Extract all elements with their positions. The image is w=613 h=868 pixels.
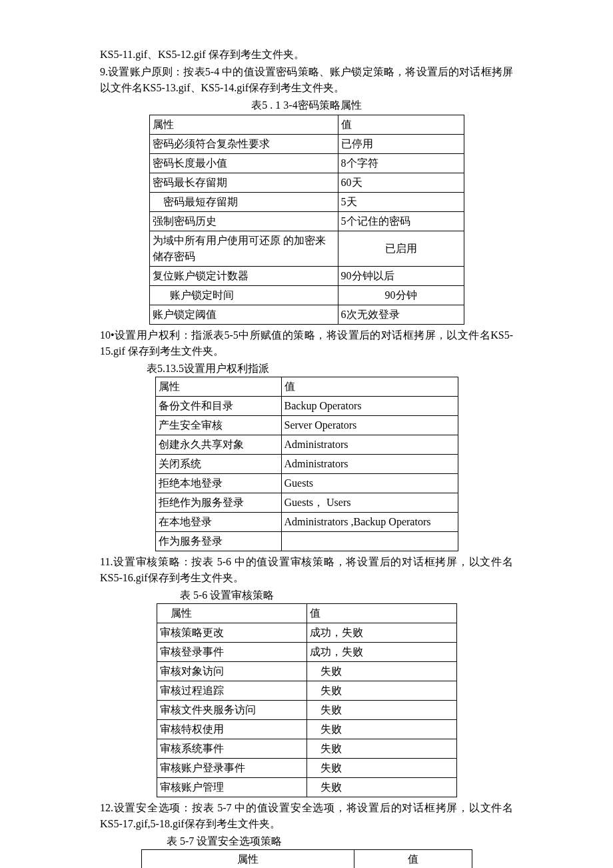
table-row: 账户锁定时间90分钟 xyxy=(149,286,464,305)
table-audit-policy: 属性 值 审核策略更改成功，失败 审核登录事件成功，失败 审核对象访问失败 审核… xyxy=(157,603,457,797)
table-password-policy: 属性 值 密码必须符合复杂性要求已停用 密码长度最小值8个字符 密码最长存留期6… xyxy=(149,115,464,325)
cell: Administrators ,Backup Operators xyxy=(281,513,458,532)
table-row: 在本地登录Administrators ,Backup Operators xyxy=(155,513,458,532)
cell: 产生安全审核 xyxy=(155,416,281,435)
paragraph-11: 11.设置审核策略：按表 5-6 中的值设置审核策略，将设置后的对话框拷屏，以文… xyxy=(100,554,513,586)
paragraph-10: 10•设置用户权利：指派表5-5中所赋值的策略，将设置后的对话框拷屏，以文件名K… xyxy=(100,327,513,359)
cell: 90分钟以后 xyxy=(338,267,464,286)
table-row: 强制密码历史5个记住的密码 xyxy=(149,212,464,231)
cell: 已停用 xyxy=(338,135,464,154)
cell: 失败 xyxy=(306,778,456,797)
table-row: 审核过程追踪失败 xyxy=(157,681,456,701)
cell: 成功，失败 xyxy=(306,643,456,662)
cell: 密码长度最小值 xyxy=(149,154,338,173)
table-row: 密码必须符合复杂性要求已停用 xyxy=(149,135,464,154)
table-row: 复位账户锁定计数器90分钟以后 xyxy=(149,267,464,286)
cell: 失败 xyxy=(306,759,456,778)
header-cell: 属性 xyxy=(157,604,306,623)
header-cell: 属性 xyxy=(141,850,354,869)
table-row: 关闭系统Administrators xyxy=(155,455,458,474)
cell: 8个字符 xyxy=(338,154,464,173)
table-row: 拒绝作为服务登录Guests， Users xyxy=(155,493,458,513)
table-security-options: 属性 值 xyxy=(141,849,472,868)
table-row: 属性 值 xyxy=(149,115,464,135)
cell: 失败 xyxy=(306,681,456,701)
paragraph-intro-2: 9.设置账户原则：按表5-4 中的值设置密码策略、账户锁定策略，将设置后的对话框… xyxy=(100,64,513,96)
header-cell: 值 xyxy=(281,377,458,397)
cell: 关闭系统 xyxy=(155,455,281,474)
cell: 密码必须符合复杂性要求 xyxy=(149,135,338,154)
cell: 成功，失败 xyxy=(306,623,456,643)
table-row: 审核策略更改成功，失败 xyxy=(157,623,456,643)
cell: 90分钟 xyxy=(338,286,464,305)
cell: 已启用 xyxy=(338,231,464,267)
cell: 5天 xyxy=(338,193,464,212)
cell: Guests， Users xyxy=(281,493,458,513)
cell: 密码最长存留期 xyxy=(149,173,338,193)
cell: 审核文件夹服务访问 xyxy=(157,701,306,720)
cell: 5个记住的密码 xyxy=(338,212,464,231)
cell: 在本地登录 xyxy=(155,513,281,532)
table-row: 审核系统事件失败 xyxy=(157,739,456,759)
header-cell: 属性 xyxy=(149,115,338,135)
paragraph-intro-1: KS5-11.gif、KS5-12.gif 保存到考生文件夹。 xyxy=(100,47,513,63)
cell: 60天 xyxy=(338,173,464,193)
cell: Administrators xyxy=(281,435,458,455)
table4-caption: 表 5-7 设置安全选项策略 xyxy=(167,833,513,849)
cell: 审核账户登录事件 xyxy=(157,759,306,778)
header-cell: 属性 xyxy=(155,377,281,397)
cell: 审核特权使用 xyxy=(157,720,306,739)
header-cell: 值 xyxy=(306,604,456,623)
table-row: 属性 值 xyxy=(141,850,472,869)
cell: 复位账户锁定计数器 xyxy=(149,267,338,286)
table-row: 产生安全审核Server Operators xyxy=(155,416,458,435)
cell: 6次无效登录 xyxy=(338,305,464,325)
cell: Guests xyxy=(281,474,458,493)
table-row: 属性 值 xyxy=(157,604,456,623)
header-cell: 值 xyxy=(338,115,464,135)
cell: 审核对象访问 xyxy=(157,662,306,681)
cell: 审核策略更改 xyxy=(157,623,306,643)
table-user-rights: 属性 值 备份文件和目录Backup Operators 产生安全审核Serve… xyxy=(155,377,458,551)
table-row: 审核账户管理失败 xyxy=(157,778,456,797)
cell: 失败 xyxy=(306,739,456,759)
table-row: 密码最短存留期5天 xyxy=(149,193,464,212)
table-row: 审核账户登录事件失败 xyxy=(157,759,456,778)
table-row: 审核对象访问失败 xyxy=(157,662,456,681)
table-row: 账户锁定阈值6次无效登录 xyxy=(149,305,464,325)
table-row: 密码最长存留期60天 xyxy=(149,173,464,193)
cell: 备份文件和目录 xyxy=(155,397,281,416)
table3-caption: 表 5-6 设置审核策略 xyxy=(180,587,513,603)
cell: 拒绝本地登录 xyxy=(155,474,281,493)
table2-caption: 表5.13.5设置用户权利指派 xyxy=(147,361,513,377)
header-cell: 值 xyxy=(354,850,472,869)
cell: 失败 xyxy=(306,720,456,739)
cell xyxy=(281,532,458,551)
table-row: 属性 值 xyxy=(155,377,458,397)
cell: Server Operators xyxy=(281,416,458,435)
table-row: 备份文件和目录Backup Operators xyxy=(155,397,458,416)
cell: Backup Operators xyxy=(281,397,458,416)
cell: 密码最短存留期 xyxy=(149,193,338,212)
table-row: 密码长度最小值8个字符 xyxy=(149,154,464,173)
table-row: 审核登录事件成功，失败 xyxy=(157,643,456,662)
cell: 失败 xyxy=(306,701,456,720)
cell: 创建永久共享对象 xyxy=(155,435,281,455)
cell: 强制密码历史 xyxy=(149,212,338,231)
table-row: 作为服务登录 xyxy=(155,532,458,551)
cell: 失败 xyxy=(306,662,456,681)
cell: 为域中所有用户使用可还原 的加密来储存密码 xyxy=(149,231,338,267)
table-row: 为域中所有用户使用可还原 的加密来储存密码已启用 xyxy=(149,231,464,267)
table1-caption: 表5 . 1 3-4密码策略属性 xyxy=(100,97,513,113)
table-row: 审核特权使用失败 xyxy=(157,720,456,739)
cell: 作为服务登录 xyxy=(155,532,281,551)
cell: 审核登录事件 xyxy=(157,643,306,662)
cell: 审核过程追踪 xyxy=(157,681,306,701)
cell: 账户锁定时间 xyxy=(149,286,338,305)
cell: 审核账户管理 xyxy=(157,778,306,797)
cell: 审核系统事件 xyxy=(157,739,306,759)
table-row: 拒绝本地登录Guests xyxy=(155,474,458,493)
cell: 拒绝作为服务登录 xyxy=(155,493,281,513)
cell: Administrators xyxy=(281,455,458,474)
table-row: 审核文件夹服务访问失败 xyxy=(157,701,456,720)
